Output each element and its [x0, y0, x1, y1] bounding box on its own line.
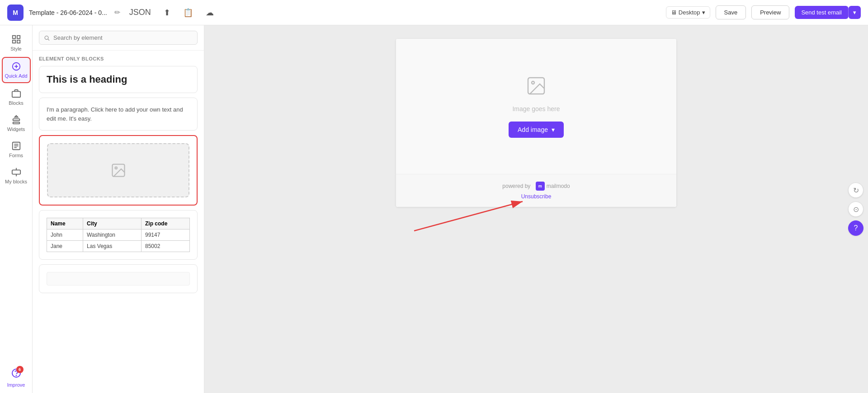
- sidebar-item-blocks[interactable]: Blocks: [2, 85, 31, 109]
- svg-point-16: [45, 36, 48, 39]
- sidebar-item-widgets[interactable]: Widgets: [2, 111, 31, 136]
- send-test-email-dropdown[interactable]: ▾: [849, 6, 861, 19]
- canvas-image-label: Image goes here: [512, 105, 560, 112]
- sidebar-label-my-blocks: My blocks: [5, 179, 27, 184]
- sidebar-item-my-blocks[interactable]: My blocks: [2, 164, 31, 188]
- powered-by-text: powered by: [502, 183, 530, 189]
- canvas-image-section: Image goes here Add image ▾: [396, 39, 676, 174]
- sidebar-label-blocks: Blocks: [9, 100, 23, 106]
- svg-line-17: [48, 39, 49, 40]
- table-element: Name City Zip code John Washington 99147…: [47, 218, 190, 252]
- canvas-image-icon: [525, 75, 547, 101]
- preview-button[interactable]: Preview: [751, 5, 789, 19]
- table-cell: Las Vegas: [83, 241, 142, 252]
- svg-rect-1: [17, 36, 19, 38]
- email-canvas: Image goes here Add image ▾ powered by m…: [396, 39, 676, 207]
- canvas-area: Image goes here Add image ▾ powered by m…: [204, 25, 868, 393]
- svg-point-15: [16, 375, 16, 376]
- svg-rect-0: [12, 36, 15, 38]
- search-bar: [33, 25, 204, 51]
- svg-rect-3: [17, 40, 19, 43]
- col-header-city: City: [83, 218, 142, 229]
- powered-by-section: powered by m mailmodo: [403, 182, 669, 191]
- main-layout: Style Quick Add Blocks Widgets Forms: [0, 25, 868, 393]
- cloud-button[interactable]: ☁: [202, 6, 217, 19]
- paragraph-text: I'm a paragraph. Click here to add your …: [47, 105, 190, 123]
- canvas-footer: powered by m mailmodo Unsubscribe: [396, 174, 676, 207]
- forms-icon: [11, 141, 21, 151]
- edit-icon[interactable]: ✏: [114, 8, 120, 17]
- svg-point-23: [532, 81, 534, 84]
- sidebar-label-quick-add: Quick Add: [5, 73, 27, 79]
- chevron-down-icon: ▾: [702, 9, 705, 16]
- improve-badge-count: 6: [16, 366, 24, 373]
- right-float-buttons: ↻ ⊙ ?: [848, 182, 863, 236]
- table-cell: Jane: [47, 241, 83, 252]
- search-input[interactable]: [53, 34, 193, 41]
- send-test-email-button[interactable]: Send test email: [795, 6, 849, 19]
- blocks-icon: [11, 89, 21, 98]
- svg-rect-9: [13, 122, 19, 124]
- unsubscribe-link[interactable]: Unsubscribe: [521, 193, 552, 200]
- improve-section: 6 Improve: [5, 362, 27, 393]
- block-paragraph[interactable]: I'm a paragraph. Click here to add your …: [39, 98, 198, 131]
- template-button[interactable]: 📋: [179, 6, 197, 19]
- chevron-down-icon-canvas: ▾: [552, 126, 555, 133]
- col-header-zip: Zip code: [142, 218, 190, 229]
- sidebar-item-forms[interactable]: Forms: [2, 137, 31, 162]
- svg-rect-7: [12, 91, 20, 97]
- table-cell: Washington: [83, 229, 142, 241]
- settings-float-button[interactable]: ⊙: [848, 201, 863, 217]
- sidebar-label-forms: Forms: [9, 153, 23, 158]
- help-button[interactable]: ?: [848, 220, 863, 236]
- sidebar-label-style: Style: [10, 46, 21, 51]
- block-partial[interactable]: [39, 264, 198, 293]
- topbar: M Template - 26-06-2024 - 0... ✏ JSON ⬆ …: [0, 0, 868, 25]
- search-icon: [44, 35, 50, 41]
- search-input-wrap[interactable]: [39, 31, 198, 45]
- partial-placeholder: [47, 272, 190, 285]
- block-image[interactable]: [39, 135, 198, 206]
- panel-content: ELEMENT ONLY BLOCKS This is a heading I'…: [33, 51, 204, 393]
- heading-text: This is a heading: [47, 74, 190, 85]
- app-logo: M: [7, 5, 24, 21]
- quick-add-icon: [11, 61, 21, 71]
- block-heading[interactable]: This is a heading: [39, 66, 198, 93]
- improve-badge[interactable]: 6: [11, 368, 22, 380]
- device-label: Desktop: [679, 9, 700, 16]
- my-blocks-icon: [11, 167, 21, 177]
- json-button[interactable]: JSON: [126, 6, 155, 19]
- mailmodo-logo: m: [536, 182, 545, 191]
- svg-point-19: [115, 167, 117, 169]
- sidebar-label-widgets: Widgets: [7, 126, 25, 132]
- table-row: Jane Las Vegas 85002: [47, 241, 190, 252]
- refresh-button[interactable]: ↻: [848, 182, 863, 198]
- sidebar-nav: Style Quick Add Blocks Widgets Forms: [0, 25, 33, 393]
- widgets-icon: [11, 115, 21, 125]
- style-icon: [11, 34, 21, 44]
- col-header-name: Name: [47, 218, 83, 229]
- improve-label: Improve: [7, 382, 25, 388]
- section-label: ELEMENT ONLY BLOCKS: [39, 56, 198, 61]
- save-button[interactable]: Save: [716, 5, 746, 19]
- template-name: Template - 26-06-2024 - 0...: [29, 9, 107, 16]
- image-icon: [110, 162, 127, 178]
- table-cell: John: [47, 229, 83, 241]
- element-panel: ELEMENT ONLY BLOCKS This is a heading I'…: [33, 25, 204, 393]
- share-button[interactable]: ⬆: [160, 6, 174, 19]
- mailmodo-brand: mailmodo: [547, 183, 570, 189]
- table-cell: 85002: [142, 241, 190, 252]
- svg-rect-8: [13, 119, 19, 121]
- add-image-button[interactable]: Add image ▾: [509, 122, 564, 138]
- table-cell: 99147: [142, 229, 190, 241]
- device-selector[interactable]: 🖥 Desktop ▾: [666, 6, 710, 19]
- add-image-label: Add image: [518, 126, 548, 133]
- block-table[interactable]: Name City Zip code John Washington 99147…: [39, 210, 198, 260]
- sidebar-item-style[interactable]: Style: [2, 31, 31, 55]
- svg-rect-2: [12, 40, 15, 43]
- monitor-icon: 🖥: [671, 9, 677, 16]
- image-placeholder: [47, 143, 189, 197]
- sidebar-item-quick-add[interactable]: Quick Add: [2, 57, 31, 83]
- table-row: John Washington 99147: [47, 229, 190, 241]
